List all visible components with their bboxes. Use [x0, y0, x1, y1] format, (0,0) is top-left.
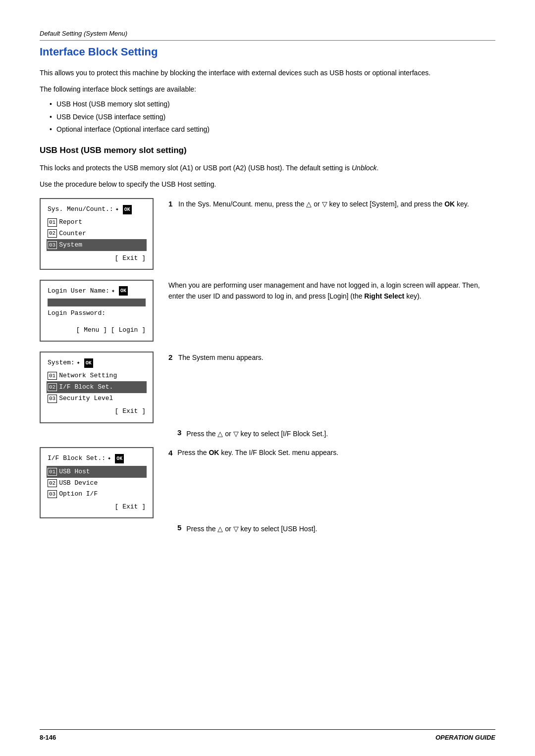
ok-badge-4: OK	[115, 454, 124, 463]
ok-badge-3: OK	[84, 358, 93, 368]
step-3-row: 3 Press the △ or ▽ key to select [I/F Bl…	[40, 428, 495, 439]
intro-paragraph: This allows you to protect this machine …	[40, 67, 495, 78]
footer-guide-label: OPERATION GUIDE	[435, 734, 495, 741]
screen4-row1-highlighted: 01 USB Host	[47, 466, 147, 478]
screen3-footer: [ Exit ]	[48, 406, 146, 417]
screen3-row1: 01 Network Setting	[48, 370, 146, 381]
screen2-footer: [ Menu ] [ Login ]	[48, 325, 146, 336]
section-desc: This locks and protects the USB memory s…	[40, 162, 495, 173]
step-2-number: 2	[168, 353, 172, 361]
screen2-password: Login Password:	[48, 308, 146, 319]
screen4-row2: 02 USB Device	[48, 478, 146, 489]
step-1b-text: When you are performing user management …	[168, 281, 480, 300]
step-1-content: 1 In the Sys. Menu/Count. menu, press th…	[168, 198, 495, 210]
bullet-item-1: USB Host (USB memory slot setting)	[50, 98, 495, 110]
step-4-row: I/F Block Set.: ✦OK 01 USB Host 02 USB D…	[40, 447, 495, 518]
step-3-inner: 3 Press the △ or ▽ key to select [I/F Bl…	[177, 428, 495, 439]
step-3-number: 3	[177, 428, 181, 439]
screen3-header: System: ✦OK	[48, 357, 146, 368]
screen3-row2-highlighted: 02 I/F Block Set.	[47, 381, 147, 393]
cursor-icon-4: ✦	[107, 454, 111, 463]
screen3-num1: 01	[48, 372, 57, 380]
screen1-num2: 02	[48, 229, 57, 237]
screen2-input-bar	[48, 299, 146, 306]
procedure-intro: Use the procedure below to specify the U…	[40, 180, 495, 188]
screen1-row3-highlighted: 03 System	[47, 239, 147, 251]
ok-badge-2: OK	[119, 286, 128, 296]
screen1-row2: 02 Counter	[48, 228, 146, 239]
step-5-row: 5 Press the △ or ▽ key to select [USB Ho…	[40, 523, 495, 534]
screen1-row1: 01 Report	[48, 217, 146, 228]
page-footer: 8-146 OPERATION GUIDE	[40, 729, 495, 741]
lcd-screen-4: I/F Block Set.: ✦OK 01 USB Host 02 USB D…	[40, 447, 154, 518]
ok-badge: OK	[123, 205, 132, 214]
step-5-number: 5	[177, 523, 181, 534]
step-1-row: Sys. Menu/Count.: ✦OK 01 Report 02 Count…	[40, 198, 495, 269]
step-2-content: 2 The System menu appears.	[168, 352, 495, 363]
screen4-row3: 03 Option I/F	[48, 489, 146, 500]
bullet-item-3: Optional interface (Optional interface c…	[50, 123, 495, 136]
screen4-header: I/F Block Set.: ✦OK	[48, 453, 146, 464]
steps-container: Sys. Menu/Count.: ✦OK 01 Report 02 Count…	[40, 198, 495, 534]
step-4-number: 4	[168, 447, 172, 459]
cursor-icon-2: ✦	[111, 286, 115, 296]
step-3-text: Press the △ or ▽ key to select [I/F Bloc…	[186, 428, 328, 439]
footer-page-number: 8-146	[40, 734, 56, 741]
bullet-item-2: USB Device (USB interface setting)	[50, 111, 495, 123]
bullet-list: USB Host (USB memory slot setting) USB D…	[50, 98, 495, 136]
lcd-screen-2: Login User Name: ✦OK Login Password: [ M…	[40, 280, 154, 342]
step-4-text: Press the OK key. The I/F Block Set. men…	[177, 447, 338, 459]
cursor-icon: ✦	[115, 204, 119, 214]
step-4-content: 4 Press the OK key. The I/F Block Set. m…	[168, 447, 495, 465]
screen1-header: Sys. Menu/Count.: ✦OK	[48, 204, 146, 215]
step-2-row: System: ✦OK 01 Network Setting 02 I/F Bl…	[40, 352, 495, 423]
breadcrumb: Default Setting (System Menu)	[40, 30, 495, 41]
page: Default Setting (System Menu) Interface …	[0, 0, 535, 756]
screen1-num1: 01	[48, 218, 57, 226]
step-2-text: The System menu appears.	[178, 353, 264, 361]
screen3-num3: 03	[48, 395, 57, 403]
available-text: The following interface block settings a…	[40, 85, 495, 93]
screen3-row3: 03 Security Level	[48, 393, 146, 404]
page-title: Interface Block Setting	[40, 46, 495, 58]
lcd-screen-3: System: ✦OK 01 Network Setting 02 I/F Bl…	[40, 352, 154, 423]
cursor-icon-3: ✦	[77, 358, 80, 368]
screen1-footer: [ Exit ]	[48, 253, 146, 264]
step-1-number: 1	[168, 200, 172, 208]
screen4-num1: 01	[48, 468, 57, 476]
screen4-num3: 03	[48, 490, 57, 498]
screen2-header: Login User Name: ✦OK	[48, 286, 146, 297]
step-5-inner: 5 Press the △ or ▽ key to select [USB Ho…	[177, 523, 495, 534]
screen4-num2: 02	[48, 479, 57, 487]
section-heading: USB Host (USB memory slot setting)	[40, 146, 495, 155]
lcd-screen-1: Sys. Menu/Count.: ✦OK 01 Report 02 Count…	[40, 198, 154, 269]
screen3-num2: 02	[48, 383, 57, 391]
screen4-footer: [ Exit ]	[48, 502, 146, 512]
screen1-num3: 03	[48, 241, 57, 249]
step-5-text: Press the △ or ▽ key to select [USB Host…	[186, 523, 317, 534]
step-1b-content: When you are performing user management …	[168, 280, 495, 302]
step-4-inner: 4 Press the OK key. The I/F Block Set. m…	[168, 447, 495, 459]
step-1-text: In the Sys. Menu/Count. menu, press the …	[178, 200, 469, 208]
step-1b-row: Login User Name: ✦OK Login Password: [ M…	[40, 280, 495, 342]
